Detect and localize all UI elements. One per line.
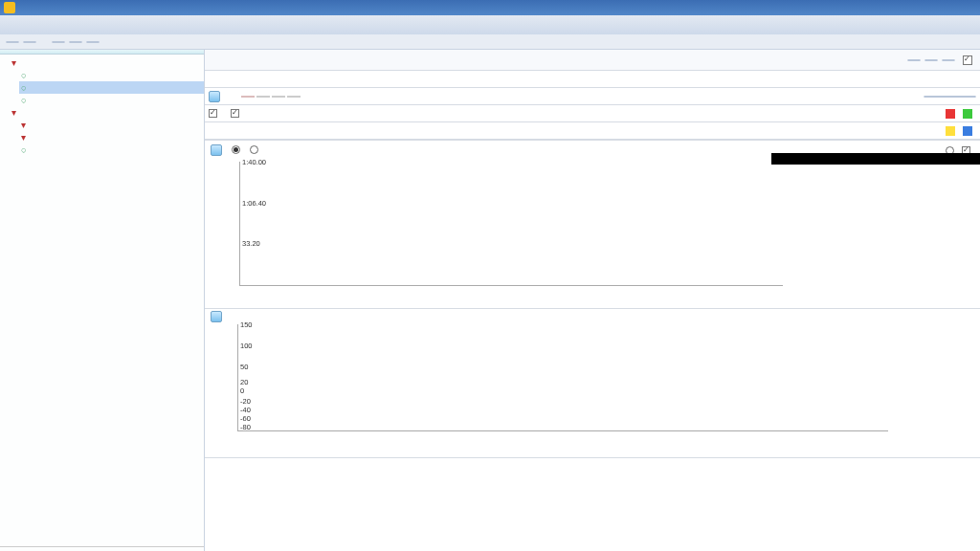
- chart-pct-change: 150 100 50 20 0 -20 -40 -60 -80: [205, 309, 980, 458]
- chart-waits: 1:40.00 1:06.40 33.20: [205, 141, 980, 309]
- legend-swatch-perf: [963, 126, 972, 136]
- tab-alerts-dashboard[interactable]: [241, 96, 255, 98]
- tab-space-analysis[interactable]: [52, 41, 65, 43]
- app-header: [0, 15, 980, 34]
- tab-jobs[interactable]: [86, 41, 100, 43]
- legend-swatch-ok: [963, 109, 972, 119]
- group-apollo[interactable]: [10, 56, 204, 69]
- srv-apollo1-qa[interactable]: [19, 81, 204, 94]
- summary-row: [205, 105, 980, 122]
- radio-24h[interactable]: [232, 145, 240, 154]
- tab-baseline-analysis[interactable]: [23, 41, 36, 43]
- report-icon-2[interactable]: [211, 144, 222, 156]
- srv-tiger2-qa[interactable]: [19, 131, 204, 143]
- tab-index-analysis[interactable]: [69, 41, 82, 43]
- server-tree[interactable]: [0, 55, 204, 546]
- legend-swatch-exceeded: [946, 109, 955, 119]
- radio-45d[interactable]: [250, 145, 258, 154]
- tab-multi-servers[interactable]: [256, 96, 270, 98]
- sidebar: [0, 50, 205, 551]
- srv-tiger2-test[interactable]: [19, 143, 204, 156]
- btn-help[interactable]: [942, 59, 955, 61]
- btn-setup[interactable]: [924, 59, 938, 61]
- cell-tooltip: [771, 153, 980, 165]
- subtabs: [205, 71, 980, 88]
- app-icon: [4, 2, 15, 13]
- summary-row-2: [205, 122, 980, 140]
- srv-tiger2[interactable]: [19, 119, 204, 131]
- report-icon-3[interactable]: [211, 311, 222, 322]
- dashboard-tabs: [205, 88, 980, 105]
- srv-apollo1-test[interactable]: [19, 94, 204, 106]
- group-tiger[interactable]: [10, 106, 204, 119]
- btn-server-farm-alerts[interactable]: [907, 59, 921, 61]
- status-footer: [0, 546, 204, 551]
- bar-chart-area[interactable]: 1:40.00 1:06.40 33.20: [239, 162, 783, 286]
- interval-select[interactable]: [924, 96, 976, 98]
- datatips-checkbox[interactable]: [963, 55, 972, 65]
- toolbar: [0, 34, 980, 50]
- line-chart-area[interactable]: 150 100 50 20 0 -20 -40 -60 -80: [237, 324, 888, 431]
- tab-radar[interactable]: [272, 96, 285, 98]
- content: 1:40.00 1:06.40 33.20 150 100 50: [205, 50, 980, 551]
- window-titlebar: [0, 0, 980, 15]
- report-icon[interactable]: [209, 91, 220, 102]
- page-header: [205, 50, 980, 71]
- tab-3d[interactable]: [287, 96, 301, 98]
- legend-swatch-warn: [946, 126, 955, 136]
- tab-server-farm-health[interactable]: [6, 41, 19, 43]
- chk-view-server-type[interactable]: [231, 109, 239, 118]
- chk-view-server-group[interactable]: [209, 109, 217, 118]
- srv-apollo1[interactable]: [19, 69, 204, 81]
